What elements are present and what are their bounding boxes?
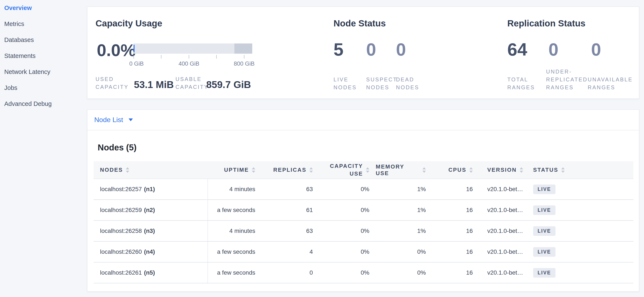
version-cell: v20.1.0-bet…: [479, 179, 527, 199]
sort-icon: [520, 167, 523, 173]
filler-cell: [570, 200, 633, 220]
nodes-table: NODES UPTIME REPLICAS CAPACITY USE MEMOR…: [94, 161, 633, 283]
under-replicated-ranges-label: UNDER-REPLICATED RANGES: [546, 68, 588, 91]
version-cell: v20.1.0-bet…: [479, 221, 527, 241]
sidebar-item-advanced-debug[interactable]: Advanced Debug: [0, 96, 85, 112]
uptime-cell: a few seconds: [208, 263, 262, 283]
usable-capacity-value: 859.7 GiB: [206, 79, 251, 90]
axis-label-800: 800 GiB: [234, 60, 254, 67]
col-header-status[interactable]: STATUS: [527, 161, 570, 179]
memory-use-cell: 0%: [376, 263, 432, 283]
node-list-dropdown-label: Node List: [94, 116, 123, 124]
sort-icon: [422, 167, 426, 173]
capacity-usage-title: Capacity Usage: [96, 18, 162, 28]
capacity-use-cell: 0%: [319, 179, 376, 199]
node-address-cell[interactable]: localhost:26261(n5): [94, 263, 208, 283]
chevron-down-icon: [128, 118, 133, 121]
sort-icon: [252, 167, 255, 173]
capacity-gauge-used-segment: [134, 45, 134, 52]
unavailable-ranges-label: UNAVAILABLE RANGES: [588, 76, 639, 91]
replicas-cell: 63: [262, 221, 319, 241]
capacity-use-cell: 0%: [319, 200, 376, 220]
memory-use-cell: 1%: [376, 200, 432, 220]
status-badge: LIVE: [533, 226, 556, 236]
node-address-cell[interactable]: localhost:26260(n4): [94, 242, 208, 262]
replication-figures: 64 0 0: [507, 40, 601, 58]
suspect-nodes-count: 0: [366, 40, 396, 58]
replicas-cell: 0: [262, 263, 319, 283]
sidebar-item-overview[interactable]: Overview: [0, 0, 85, 16]
uptime-cell: 4 minutes: [208, 179, 262, 199]
sidebar-item-network-latency[interactable]: Network Latency: [0, 64, 85, 80]
col-header-capacity-use[interactable]: CAPACITY USE: [319, 161, 376, 179]
axis-tick: [189, 55, 189, 59]
cpus-cell: 16: [432, 200, 479, 220]
cpus-cell: 16: [432, 242, 479, 262]
memory-use-cell: 0%: [376, 242, 432, 262]
uptime-cell: a few seconds: [208, 200, 262, 220]
cpus-cell: 16: [432, 179, 479, 199]
col-header-memory-use[interactable]: MEMORY USE: [376, 161, 432, 179]
filler-cell: [570, 263, 633, 283]
col-header-cpus[interactable]: CPUS: [432, 161, 479, 179]
sidebar-item-statements[interactable]: Statements: [0, 48, 85, 64]
memory-use-cell: 1%: [376, 221, 432, 241]
axis-tick: [134, 55, 134, 59]
under-replicated-ranges-count: 0: [548, 40, 591, 58]
version-cell: v20.1.0-bet…: [479, 263, 527, 283]
status-badge: LIVE: [533, 268, 556, 278]
capacity-use-cell: 0%: [319, 242, 376, 262]
total-ranges-label: TOTAL RANGES: [507, 76, 539, 91]
status-cell: LIVE: [527, 200, 570, 220]
replication-labels: TOTAL RANGES UNDER-REPLICATED RANGES UNA…: [507, 74, 639, 91]
used-capacity-label: USED CAPACITY: [96, 75, 134, 91]
sidebar-item-jobs[interactable]: Jobs: [0, 80, 85, 96]
table-row: localhost:26257(n1) 4 minutes 63 0% 1% 1…: [94, 179, 633, 200]
capacity-gauge-reserved-segment: [234, 43, 252, 54]
node-status-labels: LIVE NODES SUSPECT NODES DEAD NODES: [334, 74, 423, 91]
cluster-overview-page: Overview Metrics Databases Statements Ne…: [0, 0, 644, 297]
unavailable-ranges-count: 0: [591, 40, 601, 58]
node-list-dropdown[interactable]: Node List: [94, 116, 133, 124]
nodes-count-heading: Nodes (5): [98, 143, 136, 152]
used-capacity-value: 53.1 MiB: [134, 79, 174, 90]
capacity-gauge-bar: [134, 43, 252, 54]
cpus-cell: 16: [432, 263, 479, 283]
cpus-cell: 16: [432, 221, 479, 241]
status-cell: LIVE: [527, 263, 570, 283]
filler-cell: [570, 221, 633, 241]
capacity-use-cell: 0%: [319, 263, 376, 283]
view-selector-row: Node List: [88, 110, 639, 130]
col-header-uptime[interactable]: UPTIME: [208, 161, 262, 179]
live-nodes-label: LIVE NODES: [334, 76, 358, 91]
status-cell: LIVE: [527, 179, 570, 199]
axis-tick: [216, 55, 217, 59]
cluster-summary-card: Capacity Usage 0.0% 0 GiB 400 GiB 800 Gi…: [87, 6, 639, 99]
replicas-cell: 63: [262, 179, 319, 199]
sort-icon: [310, 167, 313, 173]
status-cell: LIVE: [527, 242, 570, 262]
sort-icon: [366, 167, 369, 173]
dead-nodes-count: 0: [396, 40, 406, 58]
nodes-table-header: NODES UPTIME REPLICAS CAPACITY USE MEMOR…: [94, 161, 633, 179]
filler-cell: [570, 242, 633, 262]
sidebar-item-databases[interactable]: Databases: [0, 32, 85, 48]
sidebar-item-metrics[interactable]: Metrics: [0, 16, 85, 32]
col-header-filler: [570, 161, 633, 179]
col-header-version[interactable]: VERSION: [479, 161, 527, 179]
uptime-cell: 4 minutes: [208, 221, 262, 241]
suspect-nodes-label: SUSPECT NODES: [366, 76, 396, 91]
node-address-cell[interactable]: localhost:26258(n3): [94, 221, 208, 241]
sort-icon: [469, 167, 473, 173]
col-header-replicas[interactable]: REPLICAS: [262, 161, 319, 179]
col-header-nodes[interactable]: NODES: [94, 161, 208, 179]
version-cell: v20.1.0-bet…: [479, 200, 527, 220]
node-address-cell[interactable]: localhost:26257(n1): [94, 179, 208, 199]
node-status-title: Node Status: [334, 18, 386, 28]
replication-status-title: Replication Status: [507, 18, 585, 28]
axis-tick: [244, 55, 244, 59]
uptime-cell: a few seconds: [208, 242, 262, 262]
node-address-cell[interactable]: localhost:26259(n2): [94, 200, 208, 220]
sidebar: Overview Metrics Databases Statements Ne…: [0, 0, 85, 297]
table-row: localhost:26258(n3) 4 minutes 63 0% 1% 1…: [94, 221, 633, 242]
